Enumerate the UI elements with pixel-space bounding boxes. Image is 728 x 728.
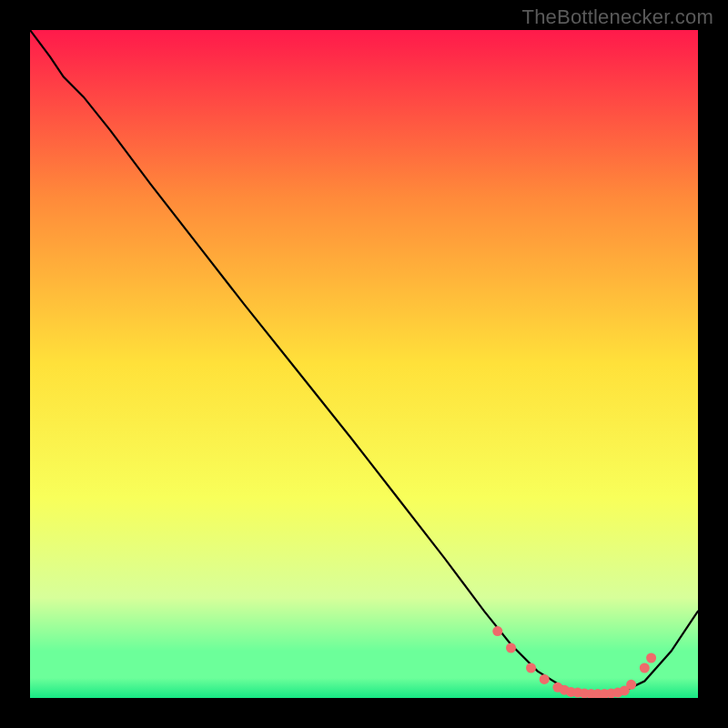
marker-dot xyxy=(506,643,516,653)
chart-plot xyxy=(30,30,698,698)
marker-dot xyxy=(626,680,636,690)
marker-dot xyxy=(640,663,650,673)
marker-dot xyxy=(540,674,550,684)
marker-dot xyxy=(492,626,502,636)
watermark-text: TheBottlenecker.com xyxy=(522,5,713,29)
marker-dot xyxy=(646,653,656,663)
chart-background xyxy=(30,30,698,698)
chart-frame: TheBottlenecker.com xyxy=(0,0,728,728)
marker-dot xyxy=(526,663,536,673)
